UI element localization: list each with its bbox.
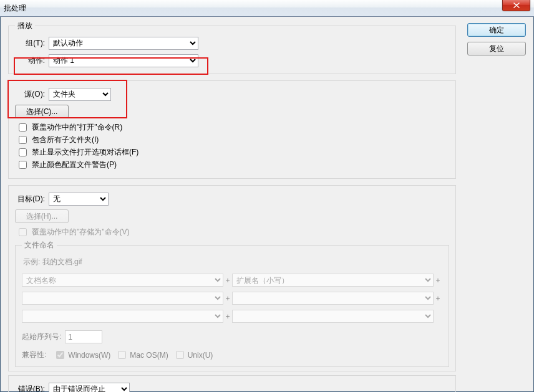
close-icon [513,2,520,8]
plus-5: + [223,312,232,321]
source-group: 源(O): 文件夹 选择(C)... 覆盖动作中的"打开"命令(R) 包含所有子… [8,80,456,179]
suppress-color-label: 禁止颜色配置文件警告(P) [32,160,117,170]
naming-slot-6[interactable] [232,310,434,323]
serial-label: 起始序列号: [22,332,61,342]
override-save-checkbox[interactable] [19,228,27,236]
main-area: 播放 组(T): 默认动作 动作: 动作 1 源(O): [8,21,456,387]
naming-slot-4[interactable] [232,292,434,305]
compat-win-checkbox[interactable] [56,351,64,359]
error-group: 错误(B): 由于错误而停止 存储为(E)... [8,375,456,392]
naming-legend: 文件命名 [22,240,57,251]
compat-win-label: Windows(W) [68,351,110,360]
action-label: 动作: [15,55,49,66]
include-sub-label: 包含所有子文件夹(I) [32,135,99,145]
dest-select[interactable]: 无 [49,193,109,206]
naming-grid: 文档名称 + 扩展名（小写） + + + + + [22,274,442,323]
group-select[interactable]: 默认动作 [49,37,198,50]
example-label: 示例: [23,257,40,266]
source-area: 源(O): 文件夹 选择(C)... 覆盖动作中的"打开"命令(R) 包含所有子… [8,80,456,179]
override-open-checkbox[interactable] [19,123,27,131]
compat-label: 兼容性: [22,350,46,360]
compat-unix-label: Unix(U) [188,351,213,360]
client-area: 确定 复位 播放 组(T): 默认动作 动作: 动作 1 [0,17,534,392]
suppress-color-checkbox[interactable] [19,161,27,169]
serial-input[interactable] [65,330,102,343]
choose-source-button[interactable]: 选择(C)... [15,105,69,118]
source-label: 源(O): [15,89,49,100]
naming-slot-2[interactable]: 扩展名（小写） [232,274,434,287]
dest-group: 目标(D): 无 选择(H)... 覆盖动作中的"存储为"命令(V) 文件命名 … [8,185,456,371]
dest-label: 目标(D): [15,194,49,204]
ok-button[interactable]: 确定 [467,23,526,37]
play-group: 播放 组(T): 默认动作 动作: 动作 1 [8,21,456,74]
action-select[interactable]: 动作 1 [49,54,198,67]
compat-unix-checkbox[interactable] [176,351,184,359]
serial-row: 起始序列号: [22,330,442,343]
override-save-row: 覆盖动作中的"存储为"命令(V) [15,227,449,237]
override-save-label: 覆盖动作中的"存储为"命令(V) [32,227,130,237]
choose-dest-button[interactable]: 选择(H)... [15,209,69,223]
suppress-open-row: 禁止显示文件打开选项对话框(F) [15,147,449,158]
compat-mac-label: Mac OS(M) [130,351,168,360]
naming-group: 文件命名 示例: 我的文档.gif 文档名称 + 扩展名（小写） + + + + [15,240,449,367]
window-title: 批处理 [4,3,26,14]
include-sub-checkbox[interactable] [19,136,27,144]
error-label: 错误(B): [15,384,49,393]
source-select[interactable]: 文件夹 [49,88,111,101]
suppress-open-label: 禁止显示文件打开选项对话框(F) [32,147,138,158]
naming-slot-5[interactable] [22,310,223,323]
example-row: 示例: 我的文档.gif [23,257,442,267]
naming-slot-1[interactable]: 文档名称 [22,274,223,287]
override-open-row: 覆盖动作中的"打开"命令(R) [15,122,449,133]
error-select[interactable]: 由于错误而停止 [49,383,130,393]
plus-4: + [434,294,442,303]
suppress-open-checkbox[interactable] [19,148,27,156]
override-open-label: 覆盖动作中的"打开"命令(R) [32,122,122,133]
plus-1: + [223,276,232,285]
plus-3: + [223,294,232,303]
group-label: 组(T): [15,38,49,49]
reset-button[interactable]: 复位 [467,42,526,55]
compat-row: 兼容性: Windows(W) Mac OS(M) Unix(U) [22,350,442,360]
side-buttons: 确定 复位 [467,23,526,60]
titlebar: 批处理 [0,0,534,17]
plus-2: + [434,276,442,285]
include-sub-row: 包含所有子文件夹(I) [15,135,449,145]
close-button[interactable] [502,0,530,11]
naming-slot-3[interactable] [22,292,223,305]
suppress-color-row: 禁止颜色配置文件警告(P) [15,160,449,170]
compat-mac-checkbox[interactable] [118,351,126,359]
play-legend: 播放 [15,21,35,31]
example-value: 我的文档.gif [42,257,82,266]
